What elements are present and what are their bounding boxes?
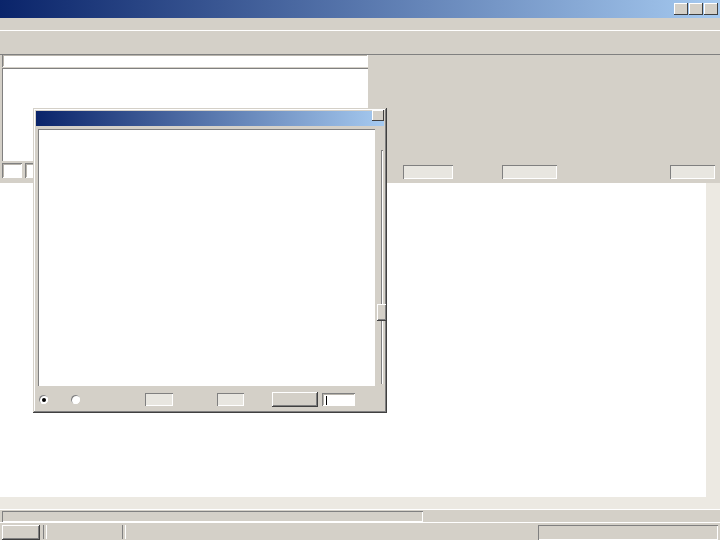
status-bar (0, 509, 720, 523)
total-qty-value (670, 165, 715, 179)
restore-button[interactable] (689, 3, 703, 15)
minimize-button[interactable] (674, 3, 688, 15)
auto-elapse-button[interactable] (272, 392, 318, 407)
start-button[interactable] (2, 525, 40, 540)
slider-thumb[interactable] (377, 304, 387, 321)
menu-bar (0, 18, 720, 30)
dialog-title-bar[interactable] (36, 111, 384, 126)
table-horizontal-scrollbar[interactable] (0, 497, 720, 509)
material-search-input[interactable] (2, 54, 368, 67)
dialog-close-button[interactable] (372, 110, 384, 121)
perfumers-workbook-window (0, 0, 720, 540)
graphic-odour-display-dialog (33, 108, 387, 413)
elapse-slider[interactable] (377, 150, 387, 384)
dialog-footer (33, 392, 387, 412)
toolbar (0, 30, 720, 55)
elapse-input[interactable] (322, 393, 355, 406)
price-value (502, 165, 557, 179)
life-field[interactable] (217, 393, 244, 406)
taskbar-separator (122, 525, 126, 539)
windows-flag-icon (5, 528, 15, 538)
table-vertical-scrollbar[interactable] (706, 183, 720, 497)
materials-count-value (403, 165, 453, 179)
pie-radio[interactable] (39, 395, 48, 404)
formula-number-field[interactable] (2, 163, 22, 178)
flowers-photo (368, 54, 720, 165)
close-button[interactable] (704, 3, 718, 15)
slider-track (381, 150, 383, 384)
system-tray (538, 525, 718, 540)
flower-banner-image (368, 54, 720, 165)
bar-radio[interactable] (71, 395, 80, 404)
text-caret (326, 396, 327, 405)
odour-pie-chart (38, 129, 375, 386)
taskbar-separator (43, 525, 47, 539)
title-bar (0, 0, 720, 18)
taskbar (0, 522, 720, 540)
status-message (2, 511, 423, 522)
impact-field[interactable] (145, 393, 173, 406)
app-icon (2, 4, 12, 14)
